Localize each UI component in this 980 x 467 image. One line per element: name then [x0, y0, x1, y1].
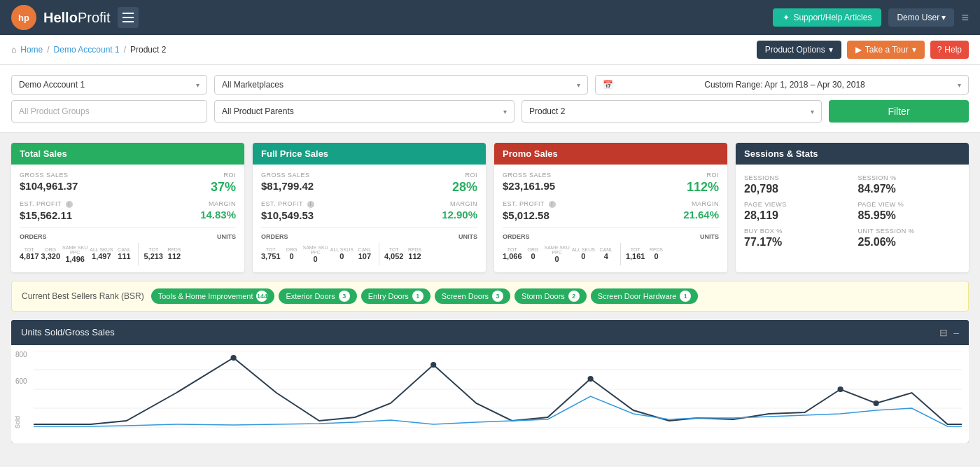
tot-units: TOT 5,213: [144, 247, 163, 260]
date-range-select[interactable]: 📅 Custom Range: Apr 1, 2018 – Apr 30, 20…: [595, 75, 969, 95]
chevron-down-icon: ▾: [958, 81, 961, 89]
canl-orders: CANL 111: [115, 247, 133, 260]
stat-cards: Total Sales GROSS SALES $104,961.37 ROI …: [11, 143, 969, 272]
svg-point-5: [231, 355, 237, 361]
svg-point-6: [430, 362, 436, 368]
roi-value: 37%: [128, 180, 237, 195]
full-price-sales-header: Full Price Sales: [253, 143, 486, 165]
marketplaces-select[interactable]: All Marketplaces ▾: [214, 75, 588, 95]
info-icon: i: [307, 201, 314, 208]
bsr-tag-exterior: Exterior Doors 3: [279, 288, 356, 304]
bsr-tag-storm: Storm Doors 2: [514, 288, 587, 304]
tot-orders: TOT 4,817: [20, 247, 39, 260]
home-icon: ⌂: [11, 45, 16, 55]
svg-point-8: [838, 386, 844, 392]
total-sales-header: Total Sales: [11, 143, 244, 165]
promo-orders-section: ORDERS UNITS TOT 1,066 ORG 0 SA: [503, 227, 719, 265]
breadcrumb-account[interactable]: Demo Acccount 1: [54, 45, 120, 55]
total-sales-row-2: EST. PROFIT i $15,562.11 MARGIN 14.83%: [20, 200, 236, 221]
bsr-tag-screen: Screen Doors 3: [435, 288, 510, 304]
roi-label: ROI: [128, 172, 237, 179]
more-menu-icon[interactable]: ≡: [961, 11, 969, 25]
minimize-icon[interactable]: –: [953, 327, 959, 338]
logo-text: HelloProfit: [43, 10, 111, 26]
orders-values: TOT 4,817 ORG 3,320 SAME SKU PPC 1,496: [20, 243, 236, 265]
expand-icon[interactable]: ⊟: [939, 327, 948, 338]
filter-button[interactable]: Filter: [829, 100, 969, 123]
chevron-down-icon: ▾: [811, 108, 814, 116]
support-help-button[interactable]: ✦ Support/Help Articles: [773, 8, 881, 27]
gross-sales-value: $104,961.37: [20, 180, 128, 192]
promo-sales-header: Promo Sales: [494, 143, 727, 165]
fp-tot-orders: TOT 3,751: [261, 247, 281, 260]
fp-orders-section: ORDERS UNITS TOT 3,751 ORG 0 SA: [261, 227, 477, 265]
promo-gross-sales-item: GROSS SALES $23,161.95: [503, 172, 611, 192]
gross-sales-item: GROSS SALES $104,961.37: [20, 172, 128, 192]
filter-row-1: Demo Acccount 1 ▾ All Marketplaces ▾ 📅 C…: [11, 75, 969, 95]
promo-sales-card: Promo Sales GROSS SALES $23,161.95 ROI 1…: [494, 143, 727, 272]
filter-row-2: All Product Groups All Product Parents ▾…: [11, 100, 969, 123]
chart-section: Units Sold/Gross Sales ⊟ – 800 600 Sold: [11, 320, 969, 443]
product-options-button[interactable]: Product Options ▾: [757, 41, 841, 59]
roi-item: ROI 37%: [128, 172, 237, 195]
sessions-item: SESSIONS 20,798: [744, 174, 847, 195]
chart-header: Units Sold/Gross Sales ⊟ –: [11, 320, 969, 345]
demo-user-button[interactable]: Demo User ▾: [888, 8, 954, 27]
star-icon: ✦: [783, 13, 790, 22]
breadcrumb-home[interactable]: Home: [20, 45, 43, 55]
promo-est-profit-item: EST. PROFIT i $5,012.58: [503, 200, 611, 221]
info-icon: i: [66, 201, 73, 208]
chart-body: 800 600 Sold: [11, 345, 969, 443]
info-icon: i: [549, 201, 556, 208]
vertical-divider: [138, 243, 139, 265]
header-right: ✦ Support/Help Articles Demo User ▾ ≡: [773, 8, 969, 27]
fp-gross-sales-item: GROSS SALES $81,799.42: [261, 172, 370, 192]
bsr-tags: Tools & Home Improvement 144 Exterior Do…: [151, 288, 699, 304]
chevron-down-icon: ▾: [912, 45, 916, 55]
chevron-down-icon: ▾: [941, 13, 946, 22]
breadcrumb-bar: ⌂ Home / Demo Acccount 1 / Product 2 Pro…: [0, 35, 980, 65]
session-pct-item: SESSION % 84.97%: [858, 174, 961, 195]
hamburger-menu[interactable]: [118, 7, 139, 28]
promo-margin-item: MARGIN 21.64%: [611, 200, 720, 221]
total-sales-row-1: GROSS SALES $104,961.37 ROI 37%: [20, 172, 236, 195]
all-skus-group: ALL SKUS 1,497: [90, 247, 113, 260]
page-view-pct-item: PAGE VIEW % 85.95%: [858, 201, 961, 222]
y-axis-600: 600: [15, 377, 27, 385]
breadcrumb: ⌂ Home / Demo Acccount 1 / Product 2: [11, 45, 166, 55]
page-views-item: PAGE VIEWS 28,119: [744, 201, 847, 222]
est-profit-label: EST. PROFIT i: [20, 200, 128, 208]
chevron-down-icon: ▾: [196, 81, 200, 89]
margin-label: MARGIN: [128, 200, 237, 207]
product-parents-select[interactable]: All Product Parents ▾: [214, 100, 514, 123]
x-label-sold: Sold: [14, 416, 21, 428]
total-sales-body: GROSS SALES $104,961.37 ROI 37% EST. PRO…: [11, 165, 244, 272]
sessions-grid: SESSIONS 20,798 SESSION % 84.97% PAGE VI…: [744, 172, 960, 251]
product-groups-select[interactable]: All Product Groups: [11, 100, 207, 123]
est-profit-item: EST. PROFIT i $15,562.11: [20, 200, 128, 221]
sessions-stats-card: Sessions & Stats SESSIONS 20,798 SESSION…: [736, 143, 969, 272]
take-tour-button[interactable]: ▶ Take a Tour ▾: [847, 41, 925, 59]
unit-session-item: UNIT SESSION % 25.06%: [858, 228, 961, 249]
bsr-tag-hardware: Screen Door Hardware 1: [591, 288, 699, 304]
est-profit-value: $15,562.11: [20, 209, 128, 221]
chart-controls[interactable]: ⊟ –: [939, 327, 959, 338]
help-button[interactable]: ? Help: [930, 41, 969, 59]
calendar-icon: 📅: [603, 80, 613, 90]
chevron-down-icon: ▾: [503, 108, 507, 116]
filters-section: Demo Acccount 1 ▾ All Marketplaces ▾ 📅 C…: [0, 65, 980, 133]
bsr-tag-tools: Tools & Home Improvement 144: [151, 288, 275, 304]
product-2-select[interactable]: Product 2 ▾: [522, 100, 822, 123]
account-select[interactable]: Demo Acccount 1 ▾: [11, 75, 207, 95]
hamburger-lines-icon: [122, 13, 134, 22]
bsr-section: Current Best Sellers Rank (BSR) Tools & …: [11, 281, 969, 312]
play-icon: ▶: [855, 45, 862, 55]
question-icon: ?: [937, 45, 942, 55]
breadcrumb-current: Product 2: [130, 45, 166, 55]
buy-box-item: BUY BOX % 77.17%: [744, 228, 847, 249]
margin-value: 14.83%: [128, 209, 237, 221]
total-sales-card: Total Sales GROSS SALES $104,961.37 ROI …: [11, 143, 244, 272]
full-price-sales-card: Full Price Sales GROSS SALES $81,799.42 …: [253, 143, 486, 272]
promo-roi-item: ROI 112%: [611, 172, 720, 195]
breadcrumb-actions: Product Options ▾ ▶ Take a Tour ▾ ? Help: [757, 41, 969, 59]
